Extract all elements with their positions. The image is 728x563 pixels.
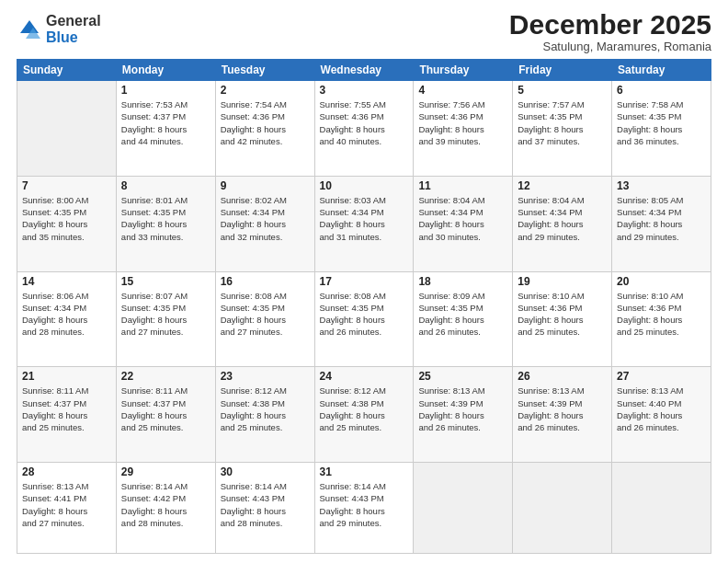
day-number: 15 — [121, 275, 210, 288]
day-number: 16 — [221, 275, 310, 288]
table-row: 17Sunrise: 8:08 AMSunset: 4:35 PMDayligh… — [314, 271, 414, 367]
table-row: 10Sunrise: 8:03 AMSunset: 4:34 PMDayligh… — [314, 176, 414, 271]
day-info: Sunrise: 8:08 AMSunset: 4:35 PMDaylight:… — [221, 290, 310, 339]
day-number: 13 — [617, 179, 706, 192]
day-info: Sunrise: 8:04 AMSunset: 4:34 PMDaylight:… — [418, 194, 507, 243]
day-number: 24 — [320, 370, 409, 383]
table-row: 25Sunrise: 8:13 AMSunset: 4:39 PMDayligh… — [414, 367, 513, 463]
logo-icon — [17, 17, 42, 42]
col-tuesday: Tuesday — [215, 60, 314, 81]
table-row: 11Sunrise: 8:04 AMSunset: 4:34 PMDayligh… — [414, 176, 513, 271]
day-number: 30 — [221, 465, 310, 478]
day-number: 22 — [121, 370, 210, 383]
day-number: 18 — [418, 275, 507, 288]
col-friday: Friday — [513, 60, 612, 81]
table-row: 9Sunrise: 8:02 AMSunset: 4:34 PMDaylight… — [215, 176, 314, 271]
table-row: 28Sunrise: 8:13 AMSunset: 4:41 PMDayligh… — [17, 463, 117, 554]
day-number: 25 — [418, 370, 507, 383]
day-number: 6 — [617, 84, 706, 97]
day-number: 27 — [617, 370, 706, 383]
day-number: 26 — [518, 370, 607, 383]
day-info: Sunrise: 8:06 AMSunset: 4:34 PMDaylight:… — [22, 290, 111, 339]
table-row: 22Sunrise: 8:11 AMSunset: 4:37 PMDayligh… — [116, 367, 215, 463]
location-subtitle: Satulung, Maramures, Romania — [509, 40, 711, 53]
day-number: 20 — [617, 275, 706, 288]
day-info: Sunrise: 8:14 AMSunset: 4:43 PMDaylight:… — [320, 480, 409, 529]
day-number: 5 — [518, 84, 607, 97]
table-row: 13Sunrise: 8:05 AMSunset: 4:34 PMDayligh… — [612, 176, 711, 271]
day-number: 10 — [320, 179, 409, 192]
table-row: 30Sunrise: 8:14 AMSunset: 4:43 PMDayligh… — [215, 463, 314, 554]
day-info: Sunrise: 7:57 AMSunset: 4:35 PMDaylight:… — [518, 98, 607, 147]
day-info: Sunrise: 8:14 AMSunset: 4:42 PMDaylight:… — [121, 480, 210, 529]
table-row: 31Sunrise: 8:14 AMSunset: 4:43 PMDayligh… — [314, 463, 414, 554]
table-row: 1Sunrise: 7:53 AMSunset: 4:37 PMDaylight… — [116, 81, 215, 177]
page: General Blue December 2025 Satulung, Mar… — [0, 0, 728, 563]
day-number: 28 — [22, 465, 111, 478]
day-number: 8 — [121, 179, 210, 192]
day-number: 14 — [22, 275, 111, 288]
day-info: Sunrise: 8:09 AMSunset: 4:35 PMDaylight:… — [418, 290, 507, 339]
day-info: Sunrise: 8:13 AMSunset: 4:39 PMDaylight:… — [518, 385, 607, 433]
day-info: Sunrise: 7:54 AMSunset: 4:36 PMDaylight:… — [221, 98, 310, 147]
table-row: 4Sunrise: 7:56 AMSunset: 4:36 PMDaylight… — [414, 81, 513, 177]
day-info: Sunrise: 8:12 AMSunset: 4:38 PMDaylight:… — [221, 385, 310, 433]
day-info: Sunrise: 7:58 AMSunset: 4:35 PMDaylight:… — [617, 98, 706, 147]
day-info: Sunrise: 8:12 AMSunset: 4:38 PMDaylight:… — [320, 385, 409, 433]
header: General Blue December 2025 Satulung, Mar… — [17, 9, 711, 53]
day-number: 17 — [320, 275, 409, 288]
day-info: Sunrise: 8:02 AMSunset: 4:34 PMDaylight:… — [221, 194, 310, 243]
col-thursday: Thursday — [414, 60, 513, 81]
table-row: 23Sunrise: 8:12 AMSunset: 4:38 PMDayligh… — [215, 367, 314, 463]
day-info: Sunrise: 8:01 AMSunset: 4:35 PMDaylight:… — [121, 194, 210, 243]
table-row: 12Sunrise: 8:04 AMSunset: 4:34 PMDayligh… — [513, 176, 612, 271]
col-sunday: Sunday — [17, 60, 117, 81]
day-number: 19 — [518, 275, 607, 288]
table-row: 7Sunrise: 8:00 AMSunset: 4:35 PMDaylight… — [17, 176, 117, 271]
day-info: Sunrise: 8:00 AMSunset: 4:35 PMDaylight:… — [22, 194, 111, 243]
logo-blue-text: Blue — [46, 29, 101, 46]
day-info: Sunrise: 8:10 AMSunset: 4:36 PMDaylight:… — [617, 290, 706, 339]
table-row: 15Sunrise: 8:07 AMSunset: 4:35 PMDayligh… — [116, 271, 215, 367]
logo-text: General Blue — [46, 13, 101, 45]
day-info: Sunrise: 7:53 AMSunset: 4:37 PMDaylight:… — [121, 98, 210, 147]
day-info: Sunrise: 8:05 AMSunset: 4:34 PMDaylight:… — [617, 194, 706, 243]
table-row: 20Sunrise: 8:10 AMSunset: 4:36 PMDayligh… — [612, 271, 711, 367]
day-info: Sunrise: 8:11 AMSunset: 4:37 PMDaylight:… — [121, 385, 210, 433]
day-number: 7 — [22, 179, 111, 192]
day-number: 1 — [121, 84, 210, 97]
table-row: 19Sunrise: 8:10 AMSunset: 4:36 PMDayligh… — [513, 271, 612, 367]
day-number: 11 — [418, 179, 507, 192]
day-info: Sunrise: 8:10 AMSunset: 4:36 PMDaylight:… — [518, 290, 607, 339]
table-row — [414, 463, 513, 554]
svg-marker-0 — [20, 20, 39, 33]
table-row — [513, 463, 612, 554]
table-row: 6Sunrise: 7:58 AMSunset: 4:35 PMDaylight… — [612, 81, 711, 177]
day-number: 12 — [518, 179, 607, 192]
day-number: 23 — [221, 370, 310, 383]
col-saturday: Saturday — [612, 60, 711, 81]
day-info: Sunrise: 8:13 AMSunset: 4:41 PMDaylight:… — [22, 480, 111, 529]
day-info: Sunrise: 8:03 AMSunset: 4:34 PMDaylight:… — [320, 194, 409, 243]
table-row: 3Sunrise: 7:55 AMSunset: 4:36 PMDaylight… — [314, 81, 414, 177]
logo-general-text: General — [46, 13, 101, 29]
day-info: Sunrise: 7:56 AMSunset: 4:36 PMDaylight:… — [418, 98, 507, 147]
table-row: 27Sunrise: 8:13 AMSunset: 4:40 PMDayligh… — [612, 367, 711, 463]
day-info: Sunrise: 8:13 AMSunset: 4:40 PMDaylight:… — [617, 385, 706, 433]
day-number: 31 — [320, 465, 409, 478]
table-row: 14Sunrise: 8:06 AMSunset: 4:34 PMDayligh… — [17, 271, 117, 367]
table-row: 18Sunrise: 8:09 AMSunset: 4:35 PMDayligh… — [414, 271, 513, 367]
day-number: 2 — [221, 84, 310, 97]
table-row: 2Sunrise: 7:54 AMSunset: 4:36 PMDaylight… — [215, 81, 314, 177]
day-number: 3 — [320, 84, 409, 97]
header-row: Sunday Monday Tuesday Wednesday Thursday… — [17, 60, 711, 81]
day-number: 29 — [121, 465, 210, 478]
table-row: 26Sunrise: 8:13 AMSunset: 4:39 PMDayligh… — [513, 367, 612, 463]
col-wednesday: Wednesday — [314, 60, 414, 81]
day-number: 21 — [22, 370, 111, 383]
table-row — [612, 463, 711, 554]
table-row: 5Sunrise: 7:57 AMSunset: 4:35 PMDaylight… — [513, 81, 612, 177]
calendar-header: Sunday Monday Tuesday Wednesday Thursday… — [17, 60, 711, 81]
table-row: 16Sunrise: 8:08 AMSunset: 4:35 PMDayligh… — [215, 271, 314, 367]
day-info: Sunrise: 8:04 AMSunset: 4:34 PMDaylight:… — [518, 194, 607, 243]
